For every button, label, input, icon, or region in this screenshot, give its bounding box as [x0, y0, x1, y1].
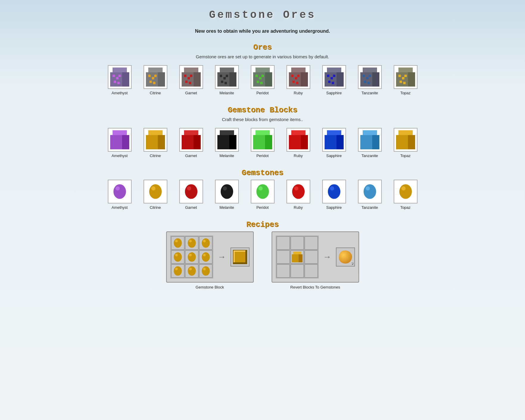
block-item-ruby: Ruby — [283, 128, 313, 158]
svg-rect-27 — [220, 75, 222, 77]
block-icon-topaz — [394, 128, 417, 152]
svg-point-122 — [203, 240, 206, 242]
svg-point-125 — [188, 252, 196, 262]
gem-item-topaz: Topaz — [391, 180, 420, 210]
ore-item-peridot: Peridot — [248, 65, 278, 95]
ore-item-amethyst: Amethyst — [105, 65, 135, 95]
recipe-arrow-1: → — [218, 252, 226, 262]
svg-rect-82 — [217, 135, 229, 149]
svg-rect-18 — [194, 72, 201, 87]
block-item-sapphire: Sapphire — [319, 128, 349, 158]
block-label-sapphire: Sapphire — [326, 153, 342, 158]
gem-item-ruby: Ruby — [283, 180, 313, 210]
svg-point-116 — [401, 187, 406, 191]
ore-label-sapphire: Sapphire — [326, 91, 342, 95]
svg-rect-50 — [337, 72, 344, 87]
ore-item-ruby: Ruby — [283, 65, 313, 95]
svg-rect-42 — [301, 72, 308, 87]
recipe-revert-visual: → 9 — [272, 231, 359, 283]
recipes-section: Recipes → Gemstone Block → 9 — [6, 220, 519, 289]
ore-label-tanzanite: Tanzanite — [362, 91, 378, 95]
ore-icon-sapphire — [322, 65, 346, 89]
svg-rect-39 — [260, 82, 263, 84]
gem-item-sapphire: Sapphire — [319, 180, 349, 210]
svg-rect-7 — [117, 82, 120, 84]
svg-rect-43 — [291, 75, 294, 77]
svg-point-123 — [174, 252, 182, 262]
block-icon-garnet — [179, 128, 203, 152]
ore-icon-amethyst — [108, 65, 132, 89]
svg-rect-21 — [185, 81, 188, 83]
block-label-ruby: Ruby — [294, 153, 303, 158]
gem-item-citrine: Citrine — [141, 180, 170, 210]
svg-rect-137 — [298, 254, 303, 262]
block-icon-ruby — [286, 128, 310, 152]
gem-item-melanite: Melanite — [212, 180, 242, 210]
svg-rect-14 — [154, 75, 157, 77]
recipe-cell-1-2 — [199, 236, 212, 250]
svg-point-103 — [185, 184, 197, 199]
svg-rect-2 — [122, 72, 129, 87]
recipe-cell-1-5 — [199, 250, 212, 264]
block-item-citrine: Citrine — [141, 128, 170, 158]
svg-rect-77 — [158, 135, 165, 149]
gem-icon-melanite — [215, 180, 239, 203]
ore-item-tanzanite: Tanzanite — [355, 65, 385, 95]
page-title: Gemstone Ores — [6, 6, 519, 24]
gem-item-amethyst: Amethyst — [105, 180, 135, 210]
ore-icon-garnet — [179, 65, 203, 89]
svg-point-108 — [258, 187, 263, 191]
svg-point-128 — [203, 254, 206, 256]
svg-rect-69 — [400, 81, 402, 83]
recipe-block: → Gemstone Block — [166, 231, 254, 289]
svg-point-117 — [174, 238, 182, 248]
svg-rect-29 — [221, 81, 223, 83]
svg-rect-70 — [404, 75, 407, 77]
block-label-amethyst: Amethyst — [111, 153, 127, 158]
svg-point-127 — [202, 252, 210, 262]
svg-point-106 — [223, 187, 227, 191]
recipe-cell-2-8 — [305, 264, 318, 278]
svg-rect-26 — [229, 72, 236, 87]
gem-icon-garnet — [179, 180, 203, 203]
ore-item-citrine: Citrine — [141, 65, 170, 95]
svg-point-126 — [189, 254, 192, 256]
ore-item-sapphire: Sapphire — [319, 65, 349, 95]
gem-label-citrine: Citrine — [150, 205, 161, 210]
svg-rect-36 — [259, 77, 261, 79]
svg-point-99 — [113, 184, 126, 199]
svg-rect-83 — [229, 135, 236, 149]
svg-rect-55 — [332, 82, 334, 84]
recipe-block-grid — [170, 236, 213, 278]
svg-rect-95 — [372, 135, 379, 149]
recipe-cell-2-2 — [305, 236, 318, 250]
block-item-amethyst: Amethyst — [105, 128, 135, 158]
svg-point-118 — [175, 240, 178, 242]
recipe-cell-1-7 — [185, 264, 198, 278]
gem-label-ruby: Ruby — [294, 205, 303, 210]
block-label-tanzanite: Tanzanite — [362, 153, 378, 158]
svg-point-110 — [294, 187, 298, 191]
svg-point-113 — [364, 184, 376, 199]
ores-section: Ores Gemstone ores are set up to generat… — [6, 43, 519, 95]
svg-point-111 — [328, 184, 340, 199]
block-label-garnet: Garnet — [185, 153, 197, 158]
blocks-row: AmethystCitrineGarnetMelanitePeridotRuby… — [6, 128, 519, 158]
svg-rect-37 — [257, 81, 259, 83]
svg-rect-71 — [403, 82, 406, 84]
ore-icon-citrine — [144, 65, 167, 89]
svg-rect-51 — [327, 75, 329, 77]
svg-rect-6 — [119, 75, 121, 77]
gemstones-section: Gemstones AmethystCitrineGarnetMelaniteP… — [6, 168, 519, 210]
gem-icon-citrine — [144, 180, 167, 203]
block-icon-citrine — [144, 128, 167, 152]
ore-icon-peridot — [251, 65, 275, 89]
svg-point-131 — [188, 266, 196, 276]
svg-rect-61 — [364, 81, 366, 83]
recipe-arrow-2: → — [323, 252, 331, 262]
svg-point-134 — [203, 268, 206, 270]
svg-rect-76 — [146, 135, 158, 149]
recipe-revert-grid — [276, 236, 319, 278]
svg-rect-91 — [325, 135, 337, 149]
svg-rect-60 — [366, 77, 369, 79]
